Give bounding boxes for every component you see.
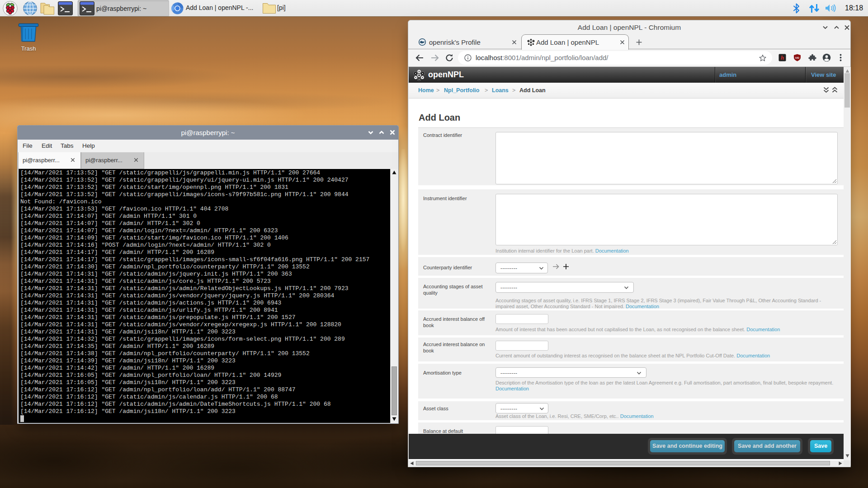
svg-text:UO: UO <box>795 56 799 59</box>
svg-text:h: h <box>781 54 784 61</box>
